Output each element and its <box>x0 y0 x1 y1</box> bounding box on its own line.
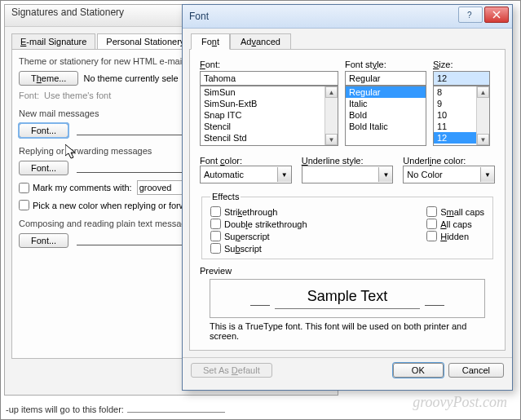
font-dialog: Font ? Font Advanced Font: <box>182 4 513 391</box>
reply-font-button[interactable]: Font... <box>19 161 68 175</box>
font-style-input[interactable] <box>345 71 426 86</box>
plain-font-button[interactable]: Font... <box>19 233 68 248</box>
effect-strikethrough[interactable]: Strikethrough <box>210 206 307 217</box>
font-tab-advanced[interactable]: Advanced <box>230 33 291 50</box>
cancel-button[interactable]: Cancel <box>448 363 504 378</box>
effect-hidden[interactable]: Hidden <box>426 231 484 241</box>
preview-box: Sample Text <box>210 279 485 318</box>
font-label: Font: <box>19 91 39 100</box>
watermark: groovyPost.com <box>413 394 507 411</box>
effect-subscript[interactable]: Subscript <box>210 243 307 254</box>
font-name-list[interactable]: SimSun SimSun-ExtB Snap ITC Stencil Sten… <box>200 86 338 146</box>
mark-comments-check[interactable]: Mark my comments with: <box>19 183 132 193</box>
font-color-dropdown[interactable]: Automatic ▼ <box>200 166 292 183</box>
list-item[interactable]: Italic <box>346 98 426 109</box>
underline-color-dropdown[interactable]: No Color ▼ <box>403 166 495 183</box>
list-item[interactable]: Bold Italic <box>346 121 426 132</box>
new-mail-font-button[interactable]: Font... <box>19 123 68 138</box>
scrollbar[interactable]: ▲ ▼ <box>476 86 489 145</box>
preview-label: Preview <box>200 266 232 276</box>
tab-personal-stationery[interactable]: Personal Stationery <box>97 33 193 49</box>
preview-note: This is a TrueType font. This font will … <box>210 321 495 341</box>
svg-text:?: ? <box>467 11 472 19</box>
effect-superscript[interactable]: Superscript <box>210 231 307 241</box>
effect-small-caps[interactable]: Small caps <box>426 206 484 217</box>
effect-double-strikethrough[interactable]: Double strikethrough <box>210 219 307 229</box>
effects-group: Effects Strikethrough Double strikethrou… <box>201 192 493 259</box>
underline-style-dropdown[interactable]: ▼ <box>302 166 394 183</box>
font-style-list[interactable]: Regular Italic Bold Bold Italic <box>345 86 426 146</box>
list-item[interactable]: Stencil <box>201 121 338 132</box>
scroll-down-icon[interactable]: ▼ <box>477 134 489 145</box>
list-item[interactable]: SimSun-ExtB <box>201 98 338 109</box>
list-item[interactable]: Snap ITC <box>201 109 338 121</box>
chevron-down-icon[interactable]: ▼ <box>480 167 494 182</box>
underline-color-label: Underline color: <box>403 156 495 166</box>
scroll-down-icon[interactable]: ▼ <box>325 134 338 145</box>
use-theme-font: Use theme's font <box>44 91 111 100</box>
font-dialog-title: Font <box>189 11 209 22</box>
list-item[interactable]: SimSun <box>201 86 338 98</box>
no-theme-label: No theme currently sele <box>83 73 178 83</box>
font-name-input[interactable] <box>200 71 338 86</box>
scroll-up-icon[interactable]: ▲ <box>325 86 338 98</box>
preview-text: Sample Text <box>275 288 421 309</box>
footer-note: -up items will go to this folder: <box>6 405 225 414</box>
effects-legend: Effects <box>210 192 241 201</box>
list-item[interactable]: Bold <box>346 109 426 121</box>
chevron-down-icon[interactable]: ▼ <box>378 167 392 182</box>
pick-new-color-check[interactable]: Pick a new color when replying or forw <box>19 200 186 210</box>
list-item[interactable]: Stencil Std <box>201 132 338 144</box>
close-button[interactable] <box>484 7 509 23</box>
font-color-label: Font color: <box>200 156 292 166</box>
font-size-label: Size: <box>433 60 490 69</box>
underline-style-label: Underline style: <box>302 156 394 166</box>
set-default-button: Set As Default <box>191 363 272 378</box>
font-style-label: Font style: <box>345 60 426 69</box>
scroll-up-icon[interactable]: ▲ <box>477 86 489 98</box>
font-size-input[interactable] <box>433 71 490 86</box>
ok-button[interactable]: OK <box>393 363 444 378</box>
scrollbar[interactable]: ▲ ▼ <box>325 86 338 145</box>
font-name-label: Font: <box>200 60 338 69</box>
font-size-list[interactable]: 8 9 10 11 12 ▲ ▼ <box>433 86 490 146</box>
theme-button[interactable]: Theme... <box>19 71 78 86</box>
help-button[interactable]: ? <box>458 7 483 23</box>
chevron-down-icon[interactable]: ▼ <box>277 167 291 182</box>
font-tab-font[interactable]: Font <box>191 33 230 50</box>
tab-email-signature[interactable]: E-mail Signature <box>11 33 95 49</box>
effect-all-caps[interactable]: All caps <box>426 219 484 229</box>
list-item[interactable]: Regular <box>346 86 426 98</box>
